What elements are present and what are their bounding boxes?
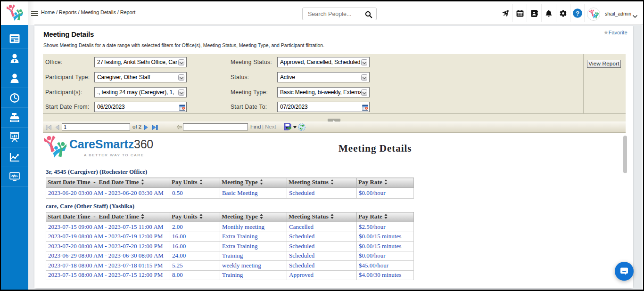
svg-text:?: ? (575, 10, 579, 17)
